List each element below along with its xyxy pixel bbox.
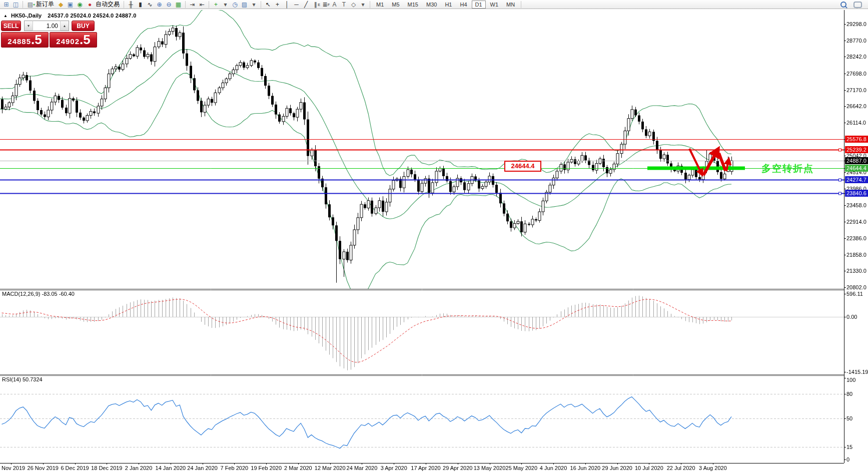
timeframe-mn-button[interactable]: MN	[503, 1, 518, 9]
timeframe-h1-button[interactable]: H1	[441, 1, 455, 9]
autotrade-button-icon[interactable]: ●	[86, 1, 94, 9]
indicators-icon[interactable]: +	[212, 1, 220, 9]
shapes-caret[interactable]: ▾	[359, 1, 367, 9]
toolbar-separator	[209, 1, 209, 8]
label-icon[interactable]: T	[340, 1, 348, 9]
autotrade-button-label: 自动交易	[96, 0, 120, 9]
buy-price-button[interactable]: 24902 .5	[50, 32, 97, 48]
zoom-in-icon[interactable]: ⊕	[155, 1, 164, 9]
timeframe-m15-button[interactable]: M15	[404, 1, 422, 9]
profiles-icon[interactable]: ◫	[12, 1, 20, 9]
sell-button[interactable]: SELL	[1, 21, 21, 31]
zoom-out-icon[interactable]: ⊖	[165, 1, 173, 9]
vline-icon[interactable]: │	[283, 1, 291, 9]
channel-icon[interactable]: ∥E	[311, 1, 320, 9]
autotrade-button[interactable]: ●自动交易	[85, 0, 121, 9]
toolbar-separator	[23, 1, 23, 8]
data-window-icon[interactable]: ▣	[66, 1, 75, 9]
toolbar-right-icons	[837, 1, 865, 9]
line-chart-icon[interactable]: ∿	[146, 1, 154, 9]
search-icon[interactable]	[840, 2, 846, 8]
timeframe-m30-button[interactable]: M30	[423, 1, 440, 9]
timeframe-m1-button[interactable]: M1	[373, 1, 387, 9]
zigzag-segment[interactable]	[719, 153, 725, 171]
zigzag-segment[interactable]	[703, 151, 717, 175]
zigzag-segment[interactable]	[689, 149, 701, 173]
fibonacci-icon-sub: F	[328, 1, 330, 9]
cursor-icon[interactable]: ↖	[264, 1, 272, 9]
zigzag-segment[interactable]	[726, 161, 728, 171]
trend-annotation-arrows[interactable]	[0, 0, 868, 473]
toolbar-separator	[124, 1, 124, 8]
new-chart-icon[interactable]: ⊞	[2, 1, 11, 9]
sell-price-button[interactable]: 24885 .5	[1, 32, 49, 48]
toolbar-separator	[185, 1, 186, 8]
toolbar-separator	[261, 1, 261, 8]
channel-icon-sub: E	[318, 1, 320, 9]
timeframe-m5-button[interactable]: M5	[388, 1, 403, 9]
new-order-button-icon-sub: +	[33, 1, 35, 9]
sell-price-fraction: .5	[31, 33, 42, 46]
market-watch-icon[interactable]: ◆	[57, 1, 65, 9]
volume-up-button[interactable]: ▲	[61, 21, 69, 31]
hline-icon[interactable]: ─	[292, 1, 301, 9]
buy-button[interactable]: BUY	[72, 21, 95, 31]
templates-icon[interactable]: ▨	[240, 1, 249, 9]
new-order-button-label: 新订单	[36, 0, 54, 9]
candlestick-chart-icon[interactable]: ▮	[136, 1, 145, 9]
volume-down-button[interactable]: ▼	[24, 21, 33, 31]
main-toolbar: ⊞◫▤+新订单◆▣◉●自动交易╫▮∿⊕⊖▦⇥⇤+▾◷▨▾↖+│─╱∥E≣FAT◇…	[0, 0, 868, 9]
chart-shift-icon[interactable]: ⇥	[188, 1, 197, 9]
toolbar-separator	[370, 1, 370, 8]
signal-icon[interactable]: ◉	[76, 1, 84, 9]
templates-caret[interactable]: ▾	[250, 1, 258, 9]
sell-price-main: 24885	[8, 37, 31, 46]
timeframe-h4-button[interactable]: H4	[456, 1, 470, 9]
buy-price-fraction: .5	[80, 33, 91, 46]
one-click-trading-panel: SELL ▼ ▲ BUY 24885 .5 24902 .5	[1, 21, 97, 48]
autoscroll-icon[interactable]: ⇤	[198, 1, 206, 9]
trendline-icon[interactable]: ╱	[302, 1, 310, 9]
tile-windows-icon[interactable]: ▦	[174, 1, 183, 9]
chat-icon[interactable]	[853, 2, 862, 8]
bar-chart-icon[interactable]: ╫	[127, 1, 135, 9]
timeframe-w1-button[interactable]: W1	[487, 1, 502, 9]
volume-input[interactable]	[33, 21, 61, 31]
indicators-caret[interactable]: ▾	[221, 1, 230, 9]
new-order-button-icon[interactable]: ▤+	[26, 1, 35, 9]
fibonacci-icon[interactable]: ≣F	[321, 1, 329, 9]
timeframe-d1-button[interactable]: D1	[472, 1, 486, 9]
crosshair-icon[interactable]: +	[273, 1, 282, 9]
shapes-icon[interactable]: ◇	[349, 1, 358, 9]
buy-price-main: 24902	[56, 37, 80, 46]
text-icon[interactable]: A	[330, 1, 339, 9]
new-order-button[interactable]: ▤+新订单	[26, 0, 56, 9]
toolbar-separator	[521, 1, 521, 8]
periods-icon[interactable]: ◷	[231, 1, 239, 9]
